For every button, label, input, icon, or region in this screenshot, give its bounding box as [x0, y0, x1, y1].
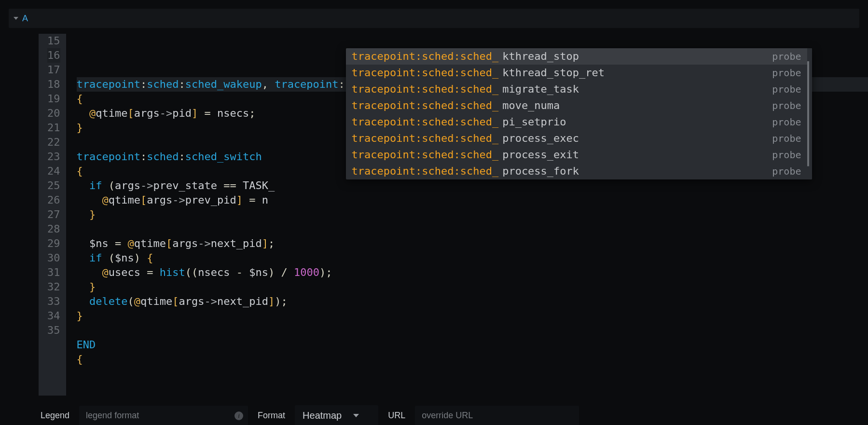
autocomplete-item[interactable]: tracepoint:sched:sched_kthread_stop_retp…	[346, 65, 812, 81]
code-line[interactable]: }	[77, 309, 868, 323]
code-line[interactable]: {	[77, 352, 868, 367]
line-number: 21	[47, 121, 60, 135]
query-id-label: A	[22, 14, 28, 24]
autocomplete-type: probe	[772, 148, 801, 162]
line-number: 32	[47, 280, 60, 294]
format-label: Format	[256, 411, 287, 421]
code-line[interactable]	[77, 222, 868, 236]
autocomplete-type: probe	[772, 82, 801, 96]
app-root: A 15161718192021222324252627282930313233…	[0, 0, 868, 425]
code-editor[interactable]: 1516171819202122232425262728293031323334…	[39, 34, 868, 396]
autocomplete-match: tracepoint:sched:sched_	[352, 131, 499, 146]
code-line[interactable]: if ($ns) {	[77, 251, 868, 265]
collapse-caret-icon[interactable]	[14, 17, 18, 20]
autocomplete-item[interactable]: tracepoint:sched:sched_process_exitprobe	[346, 147, 812, 163]
editor-container: 1516171819202122232425262728293031323334…	[39, 34, 868, 396]
legend-input-wrap: i	[79, 406, 248, 425]
code-line[interactable]: delete(@qtime[args->next_pid]);	[77, 294, 868, 309]
format-select-value: Heatmap	[303, 410, 342, 421]
autocomplete-rest: kthread_stop_ret	[502, 66, 605, 80]
line-number: 15	[47, 34, 60, 48]
url-label: URL	[386, 411, 407, 421]
autocomplete-rest: pi_setprio	[502, 115, 566, 129]
line-number: 34	[47, 309, 60, 323]
line-number: 23	[47, 150, 60, 164]
line-number: 26	[47, 193, 60, 207]
line-number-gutter: 1516171819202122232425262728293031323334…	[39, 34, 66, 396]
line-number: 33	[47, 294, 60, 309]
autocomplete-rest: process_exit	[502, 148, 579, 162]
info-icon[interactable]: i	[234, 411, 243, 420]
autocomplete-item[interactable]: tracepoint:sched:sched_process_forkprobe	[346, 163, 812, 179]
autocomplete-match: tracepoint:sched:sched_	[352, 98, 499, 113]
line-number: 22	[47, 135, 60, 150]
autocomplete-item[interactable]: tracepoint:sched:sched_move_numaprobe	[346, 97, 812, 114]
autocomplete-rest: kthread_stop	[502, 49, 579, 64]
code-line[interactable]	[77, 323, 868, 338]
autocomplete-match: tracepoint:sched:sched_	[352, 148, 499, 162]
autocomplete-item[interactable]: tracepoint:sched:sched_pi_setprioprobe	[346, 114, 812, 130]
line-number: 16	[47, 48, 60, 63]
autocomplete-type: probe	[772, 98, 801, 113]
code-line[interactable]: if (args->prev_state == TASK_	[77, 178, 868, 193]
autocomplete-rest: process_exec	[502, 131, 579, 146]
line-number: 29	[47, 236, 60, 251]
line-number: 24	[47, 164, 60, 178]
code-line[interactable]: @qtime[args->prev_pid] = n	[77, 193, 868, 207]
query-toolbar: Legend i Format Heatmap URL	[39, 401, 868, 425]
code-line[interactable]: }	[77, 207, 868, 222]
autocomplete-item[interactable]: tracepoint:sched:sched_kthread_stopprobe	[346, 48, 812, 65]
line-number: 30	[47, 251, 60, 265]
line-number: 19	[47, 92, 60, 106]
autocomplete-type: probe	[772, 66, 801, 80]
autocomplete-match: tracepoint:sched:sched_	[352, 164, 499, 178]
code-line[interactable]: @usecs = hist((nsecs - $ns) / 1000);	[77, 265, 868, 280]
autocomplete-popup[interactable]: tracepoint:sched:sched_kthread_stopprobe…	[346, 48, 812, 179]
autocomplete-match: tracepoint:sched:sched_	[352, 82, 499, 96]
autocomplete-rest: migrate_task	[502, 82, 579, 96]
code-line[interactable]: END	[77, 338, 868, 352]
chevron-down-icon	[353, 414, 359, 417]
autocomplete-rest: process_fork	[502, 164, 579, 178]
autocomplete-item[interactable]: tracepoint:sched:sched_process_execprobe	[346, 130, 812, 147]
line-number: 18	[47, 77, 60, 92]
autocomplete-type: probe	[772, 115, 801, 129]
line-number: 28	[47, 222, 60, 236]
query-header[interactable]: A	[9, 9, 859, 28]
line-number: 31	[47, 265, 60, 280]
code-line[interactable]: }	[77, 280, 868, 294]
autocomplete-type: probe	[772, 164, 801, 178]
line-number: 20	[47, 106, 60, 121]
autocomplete-match: tracepoint:sched:sched_	[352, 115, 499, 129]
format-select[interactable]: Heatmap	[295, 405, 378, 425]
autocomplete-match: tracepoint:sched:sched_	[352, 66, 499, 80]
line-number: 27	[47, 207, 60, 222]
line-number: 35	[47, 323, 60, 338]
url-input[interactable]	[415, 406, 579, 425]
legend-input[interactable]	[79, 406, 248, 425]
code-line[interactable]: $ns = @qtime[args->next_pid];	[77, 236, 868, 251]
autocomplete-rest: move_numa	[502, 98, 560, 113]
autocomplete-type: probe	[772, 131, 801, 146]
autocomplete-match: tracepoint:sched:sched_	[352, 49, 499, 64]
autocomplete-item[interactable]: tracepoint:sched:sched_migrate_taskprobe	[346, 81, 812, 97]
line-number: 17	[47, 63, 60, 77]
line-number: 25	[47, 178, 60, 193]
autocomplete-type: probe	[772, 49, 801, 64]
code-area[interactable]: tracepoint:sched:sched_wakeup, tracepoin…	[66, 34, 868, 396]
legend-label: Legend	[39, 411, 71, 421]
